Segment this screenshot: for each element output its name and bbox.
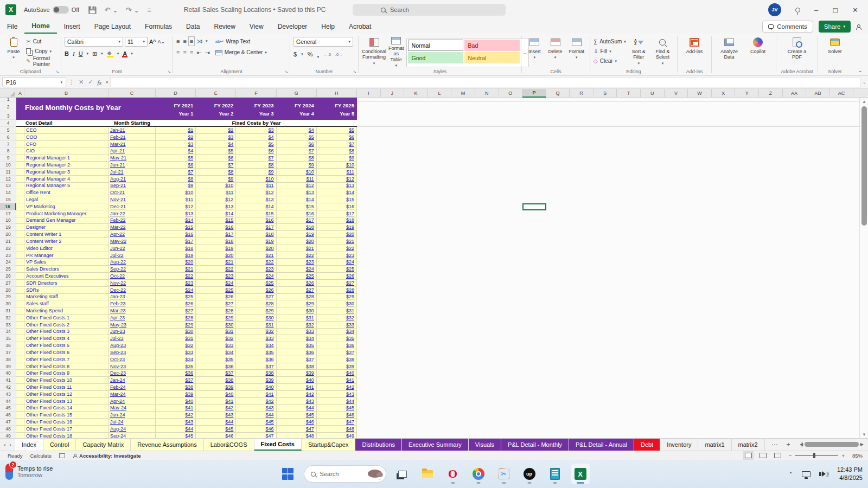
- sheet-tab-startup-capex[interactable]: Startup&Capex: [302, 439, 356, 451]
- fixed-cost-value-cell[interactable]: $14: [317, 189, 357, 196]
- column-header-C[interactable]: C: [108, 89, 156, 98]
- macro-record-icon[interactable]: [59, 453, 65, 458]
- row-number-39[interactable]: 39: [0, 363, 16, 370]
- merge-center-button[interactable]: Merge & Center▾: [215, 48, 267, 56]
- fixed-cost-value-cell[interactable]: $42: [317, 384, 357, 391]
- row-number-47[interactable]: 47: [0, 419, 16, 426]
- fixed-cost-value-cell[interactable]: $33: [156, 349, 196, 356]
- fixed-cost-value-cell[interactable]: $15: [156, 224, 196, 231]
- column-header-AA[interactable]: AA: [783, 89, 807, 98]
- scroll-down-arrow[interactable]: ▼: [860, 431, 868, 438]
- column-header-F[interactable]: F: [236, 89, 276, 98]
- row-number-30[interactable]: 30: [0, 300, 16, 307]
- cell[interactable]: [16, 329, 24, 336]
- sheet-tab-p-l-detail-annual[interactable]: P&L Detail - Annual: [569, 439, 634, 451]
- fixed-cost-value-cell[interactable]: $25: [236, 280, 276, 287]
- month-starting-cell[interactable]: Jun-23: [108, 329, 156, 336]
- fixed-cost-value-cell[interactable]: $18: [236, 231, 276, 238]
- cost-detail-cell[interactable]: SDRs: [24, 287, 108, 294]
- name-box[interactable]: P16▾: [2, 77, 66, 87]
- cell[interactable]: [16, 155, 24, 162]
- column-header-D[interactable]: D: [156, 89, 196, 98]
- month-starting-cell[interactable]: May-24: [108, 405, 156, 412]
- fixed-cost-value-cell[interactable]: $32: [236, 329, 276, 336]
- people-icon[interactable]: [856, 24, 860, 29]
- month-starting-cell[interactable]: Apr-22: [108, 231, 156, 238]
- month-starting-cell[interactable]: Aug-21: [108, 176, 156, 183]
- fixed-cost-value-cell[interactable]: $17: [317, 210, 357, 217]
- fixed-cost-value-cell[interactable]: $8: [277, 155, 317, 162]
- month-starting-cell[interactable]: Dec-22: [108, 287, 156, 294]
- fixed-cost-value-cell[interactable]: $25: [156, 294, 196, 301]
- fixed-cost-value-cell[interactable]: $17: [277, 217, 317, 224]
- row-number-3[interactable]: 3: [0, 112, 16, 120]
- cell[interactable]: [16, 162, 24, 169]
- fixed-cost-value-cell[interactable]: $45: [277, 412, 317, 419]
- fixed-cost-value-cell[interactable]: $18: [156, 245, 196, 252]
- fixed-cost-value-cell[interactable]: $44: [196, 419, 236, 426]
- fixed-cost-value-cell[interactable]: $39: [277, 370, 317, 377]
- hidden-icons-chevron[interactable]: ⌃: [789, 471, 793, 477]
- row-number-2[interactable]: 2: [0, 101, 16, 112]
- cell[interactable]: [16, 189, 24, 196]
- cost-detail-cell[interactable]: Video Editor: [24, 245, 108, 252]
- cost-detail-cell[interactable]: Other Fixed Costs 11: [24, 384, 108, 391]
- column-header-Q[interactable]: Q: [546, 89, 570, 98]
- cell[interactable]: [16, 322, 24, 329]
- fixed-cost-value-cell[interactable]: $4: [156, 147, 196, 155]
- fixed-cost-value-cell[interactable]: $23: [196, 273, 236, 280]
- month-starting-cell[interactable]: May-21: [108, 155, 156, 162]
- cell[interactable]: [16, 224, 24, 231]
- fixed-cost-value-cell[interactable]: $39: [156, 391, 196, 398]
- increase-indent-icon[interactable]: ⇥: [205, 49, 209, 56]
- month-starting-cell[interactable]: Jan-24: [108, 377, 156, 384]
- ribbon-tab-view[interactable]: View: [242, 20, 271, 34]
- copy-button[interactable]: Copy▾: [26, 47, 58, 55]
- month-starting-cell[interactable]: May-22: [108, 238, 156, 245]
- fixed-cost-value-cell[interactable]: $33: [277, 329, 317, 336]
- row-number-35[interactable]: 35: [0, 335, 16, 342]
- fixed-cost-value-cell[interactable]: $13: [277, 189, 317, 196]
- fixed-cost-value-cell[interactable]: $14: [277, 196, 317, 203]
- month-starting-cell[interactable]: Feb-23: [108, 300, 156, 307]
- fixed-cost-value-cell[interactable]: $31: [277, 314, 317, 322]
- column-header-L[interactable]: L: [428, 89, 452, 98]
- fixed-cost-value-cell[interactable]: $26: [317, 273, 357, 280]
- fixed-cost-value-cell[interactable]: $20: [317, 231, 357, 238]
- fixed-cost-value-cell[interactable]: $8: [196, 169, 236, 176]
- start-button[interactable]: [279, 464, 297, 484]
- clear-button[interactable]: ◇Clear▾: [593, 57, 626, 65]
- fixed-cost-value-cell[interactable]: $26: [156, 300, 196, 307]
- cost-detail-cell[interactable]: Product Marketing Manager: [24, 210, 108, 217]
- collapse-ribbon-icon[interactable]: ⌄: [858, 67, 863, 73]
- fixed-cost-value-cell[interactable]: $19: [236, 238, 276, 245]
- fixed-cost-value-cell[interactable]: $10: [317, 162, 357, 169]
- fixed-cost-value-cell[interactable]: $29: [156, 322, 196, 329]
- fixed-cost-value-cell[interactable]: $9: [156, 183, 196, 190]
- cost-detail-cell[interactable]: Legal: [24, 196, 108, 203]
- fixed-cost-value-cell[interactable]: $34: [196, 349, 236, 356]
- select-all-corner[interactable]: [0, 89, 16, 98]
- sheet-tab-matrix1[interactable]: matrix1: [698, 439, 731, 451]
- month-starting-cell[interactable]: Sep-21: [108, 183, 156, 190]
- cell[interactable]: [16, 384, 24, 391]
- percent-format-icon[interactable]: %: [308, 51, 313, 57]
- sheet-tab-executive-summary[interactable]: Executive Summary: [402, 439, 469, 451]
- cost-detail-cell[interactable]: CEO: [24, 127, 108, 134]
- cost-detail-cell[interactable]: Regional Manager 5: [24, 183, 108, 190]
- fixed-cost-value-cell[interactable]: $41: [236, 391, 276, 398]
- sheet-tab-revenue-assumptions[interactable]: Revenue Assumptions: [131, 439, 203, 451]
- cell[interactable]: [16, 287, 24, 294]
- fixed-cost-value-cell[interactable]: $7: [236, 155, 276, 162]
- cost-detail-cell[interactable]: Marketing staff: [24, 294, 108, 301]
- fixed-cost-value-cell[interactable]: $21: [196, 259, 236, 266]
- cell[interactable]: [16, 266, 24, 273]
- fixed-cost-value-cell[interactable]: $19: [317, 224, 357, 231]
- cut-button[interactable]: ✂Cut: [26, 37, 58, 46]
- fixed-cost-value-cell[interactable]: $18: [196, 238, 236, 245]
- zoom-knob[interactable]: [813, 453, 815, 458]
- zoom-level[interactable]: 85%: [852, 453, 863, 459]
- month-starting-cell[interactable]: Mar-23: [108, 307, 156, 314]
- normal-view-button[interactable]: [745, 453, 752, 458]
- fixed-cost-value-cell[interactable]: $28: [196, 307, 236, 314]
